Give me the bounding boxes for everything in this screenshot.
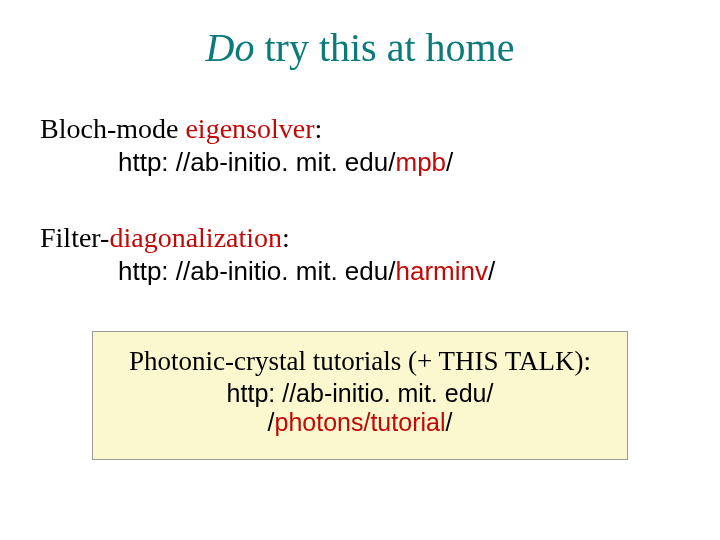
label-suffix: : — [314, 113, 322, 144]
slide: Do try this at home Bloch-mode eigensolv… — [0, 0, 720, 540]
url-prefix: http: //ab-initio. mit. edu/ — [118, 256, 395, 286]
slide-title: Do try this at home — [40, 24, 680, 71]
callout-url2-highlight: photons/tutorial — [275, 408, 446, 436]
section-bloch-mode: Bloch-mode eigensolver: http: //ab-initi… — [40, 113, 680, 178]
url-suffix: / — [488, 256, 495, 286]
label-highlight: diagonalization — [109, 222, 282, 253]
url-highlight: mpb — [395, 147, 446, 177]
callout-label-prefix: Photonic-crystal tutorials — [129, 346, 401, 376]
callout-url-line1: http: //ab-initio. mit. edu/ — [109, 379, 611, 408]
label-suffix: : — [282, 222, 290, 253]
callout-label-suffix: (+ THIS TALK): — [401, 346, 591, 376]
title-emphasis: Do — [206, 25, 255, 70]
url-highlight: harminv — [395, 256, 487, 286]
url-suffix: / — [446, 147, 453, 177]
section-label: Filter-diagonalization: — [40, 222, 680, 254]
label-prefix: Filter- — [40, 222, 109, 253]
label-prefix: Bloch-mode — [40, 113, 185, 144]
section-url: http: //ab-initio. mit. edu/mpb/ — [118, 147, 680, 178]
callout-box: Photonic-crystal tutorials (+ THIS TALK)… — [92, 331, 628, 460]
section-label: Bloch-mode eigensolver: — [40, 113, 680, 145]
callout-label: Photonic-crystal tutorials (+ THIS TALK)… — [109, 346, 611, 377]
url-prefix: http: //ab-initio. mit. edu/ — [118, 147, 395, 177]
title-rest: try this at home — [254, 25, 514, 70]
callout-url2-suffix: / — [445, 408, 452, 436]
label-highlight: eigensolver — [185, 113, 314, 144]
section-url: http: //ab-initio. mit. edu/harminv/ — [118, 256, 680, 287]
callout-url-line2: /photons/tutorial/ — [109, 408, 611, 437]
section-filter-diag: Filter-diagonalization: http: //ab-initi… — [40, 222, 680, 287]
callout-url2-prefix: / — [268, 408, 275, 436]
